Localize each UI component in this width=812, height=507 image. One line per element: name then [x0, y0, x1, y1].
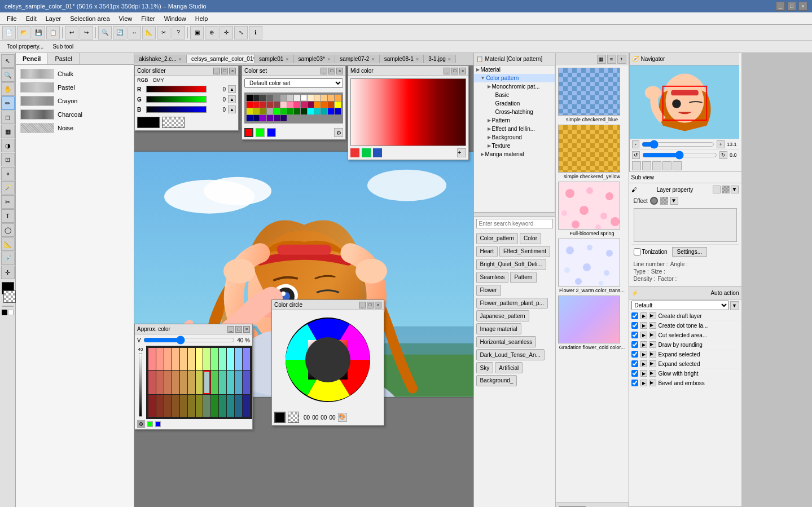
magic-wand-tool[interactable]: 🪄 [1, 181, 15, 195]
tag-horizontal[interactable]: Horizontal_seamless [476, 336, 537, 347]
g-up[interactable]: ▲ [228, 95, 236, 103]
tab-sample03[interactable]: sample03* × [294, 55, 336, 63]
action-cb-5[interactable] [631, 360, 638, 367]
menu-view[interactable]: View [115, 14, 137, 23]
lasso-button[interactable]: ⊕ [205, 26, 218, 39]
circle-fg-color[interactable] [274, 412, 286, 423]
open-button[interactable]: 📂 [17, 26, 30, 39]
ac-17[interactable] [172, 371, 179, 395]
ac-27[interactable] [148, 395, 156, 417]
brush-crayon[interactable]: Crayon [18, 94, 131, 108]
approx-close[interactable]: × [243, 326, 250, 333]
swatch-26[interactable] [260, 108, 266, 114]
ac-34[interactable] [203, 395, 210, 417]
r-up[interactable]: ▲ [228, 85, 236, 93]
ac-9[interactable] [211, 348, 218, 370]
ac-15[interactable] [156, 371, 164, 395]
mid-mid-color[interactable] [362, 148, 371, 157]
ac-23[interactable] [219, 371, 226, 395]
flip-button[interactable]: ↔ [128, 26, 141, 39]
ac-20[interactable] [196, 371, 203, 395]
zoom-tool[interactable]: 🔍 [1, 68, 15, 82]
tab-close-3[interactable]: × [327, 56, 330, 62]
brush-pastel[interactable]: Pastel [18, 81, 131, 94]
effect-dropdown[interactable]: ▼ [670, 197, 678, 205]
swatch-33[interactable] [321, 108, 327, 114]
tab-close-4[interactable]: × [371, 56, 374, 62]
v-slider[interactable] [143, 336, 235, 345]
swatch-16[interactable] [274, 102, 280, 108]
mid-color-gradient[interactable] [350, 78, 466, 146]
tree-background[interactable]: ▶ Background [474, 133, 555, 142]
color-wheel-svg[interactable] [283, 315, 373, 405]
action-cb-2[interactable] [631, 332, 638, 338]
pastel-tab[interactable]: Pastel [48, 53, 80, 64]
action-cb-4[interactable] [631, 351, 638, 358]
ac-35[interactable] [211, 395, 218, 417]
nav-rotate-slider[interactable] [642, 153, 717, 157]
black-color[interactable] [2, 310, 7, 315]
nav-btn3[interactable] [652, 161, 661, 170]
tag-heart[interactable]: Heart [476, 246, 498, 257]
ac-4[interactable] [172, 348, 179, 370]
action-cb-0[interactable] [631, 312, 638, 319]
thumb-spring[interactable]: Full-bloomed spring [558, 182, 626, 236]
action-expand-7[interactable]: ▶ [640, 380, 647, 386]
new-button[interactable]: 📄 [2, 26, 16, 39]
color-set-minimize[interactable]: _ [321, 68, 327, 74]
color-circle-maximize[interactable]: □ [367, 302, 374, 308]
figure-tool[interactable]: ◯ [1, 223, 15, 237]
brush-chalk[interactable]: Chalk [18, 67, 131, 81]
lasso-tool[interactable]: ⌖ [1, 167, 15, 180]
color-slider-close[interactable]: × [229, 68, 236, 74]
menu-layer[interactable]: Layer [41, 14, 66, 23]
nav-btn1[interactable] [632, 161, 641, 170]
mid-color-maximize[interactable]: □ [451, 68, 458, 74]
brush-charcoal[interactable]: Charcoal [18, 108, 131, 121]
swatch-18[interactable] [287, 102, 293, 108]
lp-ctrl2[interactable] [722, 186, 730, 193]
swatch-12[interactable] [335, 95, 341, 101]
nav-btn2[interactable] [642, 161, 651, 170]
move-button[interactable]: ✛ [220, 26, 233, 39]
auto-action-menu[interactable]: ▼ [730, 301, 739, 310]
close-button[interactable]: × [798, 2, 807, 11]
thumbs-add-icon[interactable]: + [617, 55, 626, 64]
ruler-tool[interactable]: 📐 [1, 237, 15, 251]
ac-31[interactable] [180, 395, 187, 417]
tag-background[interactable]: Background_ [476, 375, 517, 386]
thumbs-list-icon[interactable]: ≡ [607, 55, 616, 64]
ac-33[interactable] [196, 395, 203, 417]
menu-filter[interactable]: Filter [137, 14, 159, 23]
action-expand-2[interactable]: ▶ [640, 332, 647, 338]
effect-toggle-off[interactable] [650, 197, 658, 205]
swatch-21[interactable] [308, 102, 314, 108]
tree-cross-hatching[interactable]: Cross-hatching [474, 108, 555, 116]
tree-hscroll[interactable] [474, 212, 555, 217]
active-color-blue[interactable] [267, 128, 276, 137]
ac-6[interactable] [188, 348, 195, 370]
swatch-purple[interactable] [260, 115, 266, 121]
info-button[interactable]: ℹ [249, 26, 262, 39]
circle-bg-color[interactable] [288, 412, 299, 423]
undo-button[interactable]: ↩ [65, 26, 78, 39]
auto-action-dropdown[interactable]: Default [631, 301, 729, 310]
action-expand-4[interactable]: ▶ [640, 351, 647, 358]
ac-26[interactable] [243, 371, 250, 395]
crop-tool[interactable]: ✂ [1, 195, 15, 209]
swatch-blue[interactable] [328, 108, 334, 114]
ac-29[interactable] [164, 395, 172, 417]
swatch-1[interactable] [253, 95, 260, 101]
tag-flower[interactable]: Flower [476, 285, 501, 296]
color-circle-minimize[interactable]: _ [359, 302, 366, 308]
fill-tool[interactable]: ▦ [1, 125, 15, 138]
swatch-15[interactable] [267, 102, 273, 108]
swatch-30[interactable] [294, 108, 300, 114]
tag-sky[interactable]: Sky [476, 362, 494, 373]
approx-blue-dot[interactable] [155, 421, 161, 427]
nav-zoom-in[interactable]: + [717, 140, 725, 148]
action-expand-0[interactable]: ▶ [640, 312, 647, 319]
settings-button[interactable]: Settings... [672, 247, 707, 257]
color-slider-maximize[interactable]: □ [221, 68, 228, 74]
swatch-19[interactable] [294, 102, 300, 108]
